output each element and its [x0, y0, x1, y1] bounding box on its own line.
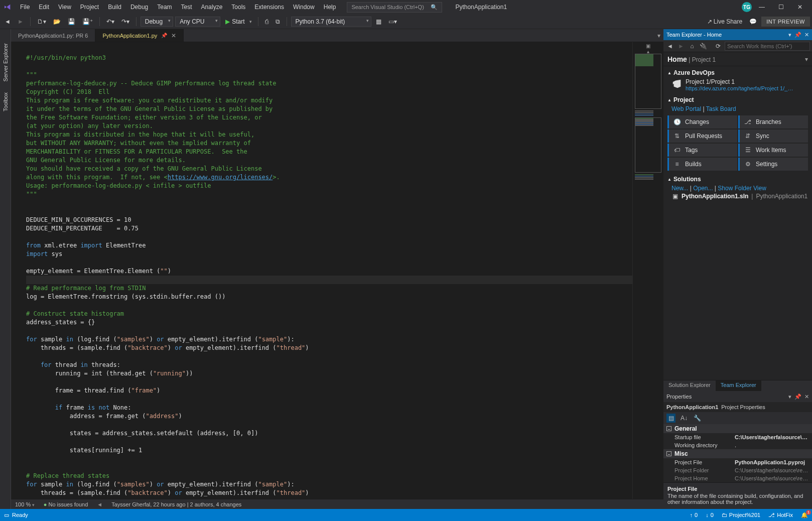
- wrench-icon[interactable]: 🔧: [693, 414, 702, 423]
- te-refresh-icon[interactable]: ⟳: [714, 42, 723, 51]
- user-avatar[interactable]: TG: [742, 2, 752, 12]
- categorized-icon[interactable]: ▤: [666, 414, 675, 423]
- tile-pull-requests[interactable]: ⇅Pull Requests: [667, 129, 737, 143]
- global-search[interactable]: Search Visual Studio (Ctrl+Q) 🔍: [347, 2, 442, 13]
- pull-request-icon: ⇅: [673, 133, 681, 140]
- menu-build[interactable]: Build: [104, 2, 125, 13]
- tile-tags[interactable]: 🏷Tags: [667, 144, 737, 157]
- solution-new-link[interactable]: New...: [671, 185, 688, 192]
- pin-icon[interactable]: 📌: [161, 33, 167, 38]
- new-project-icon[interactable]: 🗋▾: [35, 17, 49, 27]
- te-forward-icon[interactable]: ►: [676, 42, 686, 51]
- close-panel-icon[interactable]: ✕: [804, 394, 809, 400]
- work-items-search[interactable]: [725, 42, 810, 51]
- te-connect-icon[interactable]: 🔌: [699, 42, 708, 51]
- tile-changes[interactable]: 🕓Changes: [667, 115, 737, 128]
- code-minimap[interactable]: ▣▴: [632, 42, 663, 499]
- close-button[interactable]: ✕: [791, 1, 809, 13]
- code-content[interactable]: #!/usr/bin/env python3 """ performance-l…: [24, 42, 632, 499]
- grid-icon[interactable]: ▦: [373, 17, 384, 27]
- menu-window[interactable]: Window: [289, 2, 319, 13]
- git-repo[interactable]: 🗀 Project%201: [722, 512, 760, 518]
- maximize-button[interactable]: ☐: [772, 1, 790, 13]
- nav-forward-button[interactable]: ►: [15, 17, 26, 27]
- open-file-icon[interactable]: 📂: [51, 17, 63, 27]
- task-board-link[interactable]: Task Board: [706, 105, 736, 112]
- properties-object[interactable]: PythonApplication1 Project Properties: [663, 402, 812, 412]
- minimize-button[interactable]: —: [753, 1, 771, 13]
- close-tab-icon[interactable]: ✕: [171, 32, 176, 39]
- web-portal-link[interactable]: Web Portal: [671, 105, 701, 112]
- tile-settings[interactable]: ⚙Settings: [738, 158, 808, 171]
- tabs-overflow-icon[interactable]: ▾: [657, 32, 660, 39]
- project-section-header[interactable]: ▲Project: [667, 96, 808, 103]
- menu-edit[interactable]: Edit: [35, 2, 53, 13]
- tile-builds[interactable]: ≡Builds: [667, 158, 737, 171]
- redo-button[interactable]: ↷▾: [119, 17, 132, 27]
- save-icon[interactable]: 💾: [65, 17, 78, 27]
- tab-pr-diff[interactable]: PythonApplication1.py: PR 6: [11, 29, 95, 42]
- dropdown-icon[interactable]: ▾: [788, 394, 791, 400]
- tile-branches[interactable]: ⎇Branches: [738, 115, 808, 128]
- solutions-section-header[interactable]: ▲Solutions: [667, 176, 808, 183]
- config-dropdown[interactable]: Debug: [141, 17, 173, 27]
- split-icon[interactable]: ▣: [646, 43, 650, 49]
- menu-debug[interactable]: Debug: [126, 2, 152, 13]
- step-pair-icon[interactable]: ⧉: [273, 17, 283, 27]
- solution-name[interactable]: PythonApplication1.sln: [682, 193, 748, 200]
- close-panel-icon[interactable]: ✕: [804, 32, 809, 38]
- undo-button[interactable]: ↶▾: [104, 17, 117, 27]
- alphabetical-icon[interactable]: A↓: [680, 414, 689, 423]
- team-explorer-crumb[interactable]: Home | Project 1 ▾: [663, 52, 812, 66]
- output-icon[interactable]: ▭: [4, 512, 9, 518]
- int-preview-badge[interactable]: INT PREVIEW: [761, 17, 810, 27]
- start-debug-button[interactable]: ▶Start: [222, 17, 253, 26]
- menu-extensions[interactable]: Extensions: [250, 2, 288, 13]
- python-env-dropdown[interactable]: Python 3.7 (64-bit): [291, 17, 371, 27]
- tile-work-items[interactable]: ☰Work Items: [738, 144, 808, 157]
- pin-icon[interactable]: 📌: [794, 32, 801, 38]
- te-home-icon[interactable]: ⌂: [688, 42, 697, 51]
- te-back-icon[interactable]: ◄: [665, 42, 674, 51]
- nav-back-button[interactable]: ◄: [2, 17, 13, 27]
- ado-project-url[interactable]: https://dev.azure.com/tagherfa/Project 1…: [686, 85, 796, 91]
- menu-project[interactable]: Project: [76, 2, 103, 13]
- menu-analyze[interactable]: Analyze: [197, 2, 227, 13]
- menu-team[interactable]: Team: [153, 2, 176, 13]
- code-editor[interactable]: #!/usr/bin/env python3 """ performance-l…: [11, 42, 663, 499]
- zoom-level[interactable]: 100 %: [15, 501, 35, 507]
- save-all-icon[interactable]: 💾⁺: [80, 17, 95, 27]
- notifications-icon[interactable]: 🔔1: [801, 512, 808, 518]
- menu-file[interactable]: File: [16, 2, 34, 13]
- solution-folder-link[interactable]: Show Folder View: [718, 185, 766, 192]
- tab-python-file[interactable]: PythonApplication1.py 📌 ✕: [95, 29, 184, 42]
- issues-indicator[interactable]: ● No issues found: [44, 501, 88, 507]
- expand-icon[interactable]: ▴: [647, 49, 649, 54]
- menu-view[interactable]: View: [54, 2, 75, 13]
- menu-help[interactable]: Help: [320, 2, 340, 13]
- dropdown-icon[interactable]: ▾: [788, 32, 791, 38]
- layout-icon[interactable]: ▭▾: [386, 17, 399, 27]
- prop-value[interactable]: .: [735, 442, 809, 448]
- feedback-icon[interactable]: 💬: [747, 17, 759, 27]
- platform-dropdown[interactable]: Any CPU: [175, 17, 220, 27]
- team-explorer-tab[interactable]: Team Explorer: [716, 380, 761, 391]
- prop-category-general[interactable]: –General: [663, 424, 812, 433]
- liveshare-button[interactable]: ↗ Live Share: [705, 17, 745, 27]
- git-publish[interactable]: ↑ 0: [690, 512, 698, 518]
- pin-icon[interactable]: 📌: [794, 394, 801, 400]
- toolbox-tab[interactable]: Toolbox: [3, 92, 9, 111]
- step-icon[interactable]: ⎙: [262, 17, 271, 27]
- solution-open-link[interactable]: Open...: [693, 185, 713, 192]
- solution-explorer-tab[interactable]: Solution Explorer: [663, 380, 716, 391]
- server-explorer-tab[interactable]: Server Explorer: [3, 43, 9, 81]
- menu-tools[interactable]: Tools: [227, 2, 249, 13]
- prop-category-misc[interactable]: –Misc: [663, 449, 812, 458]
- git-incoming[interactable]: ↓ 0: [706, 512, 714, 518]
- codelens-blame[interactable]: Taysser Gherfal, 22 hours ago | 2 author…: [111, 501, 241, 507]
- ado-section-header[interactable]: ▲Azure DevOps: [667, 69, 808, 76]
- menu-test[interactable]: Test: [177, 2, 196, 13]
- tile-sync[interactable]: ⇵Sync: [738, 129, 808, 143]
- git-branch[interactable]: ⎇ HotFix: [768, 512, 793, 518]
- prop-value[interactable]: C:\Users\tagherfa\source\repos: [735, 434, 809, 440]
